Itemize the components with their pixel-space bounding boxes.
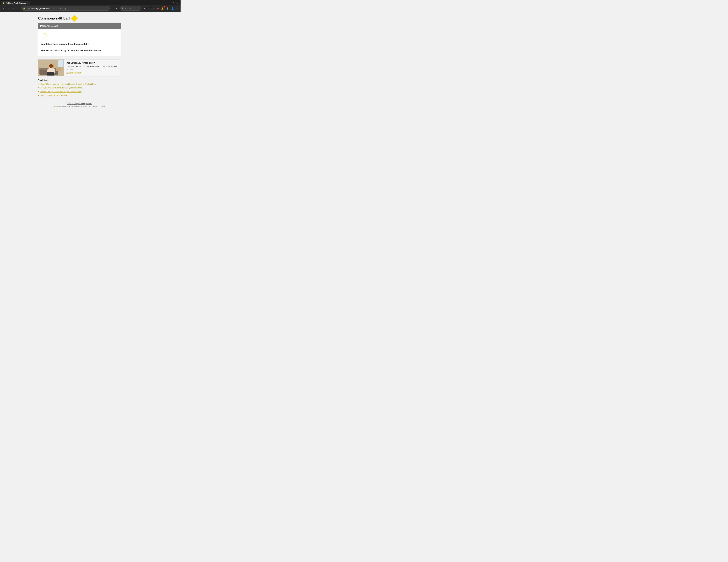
quicklink-arrow-icon-2: ► (38, 91, 40, 93)
tab-view-icon[interactable]: ◻ (151, 7, 154, 10)
notification-badge: 1 (163, 6, 165, 8)
search-input[interactable] (125, 7, 138, 10)
left-panel (0, 12, 38, 131)
svg-point-10 (42, 36, 42, 37)
explore-tax-hub-link[interactable]: ▶ Explore tax hub (67, 72, 118, 74)
quicklink-link-1[interactable]: Are you in financial difficulty? Apply f… (40, 87, 83, 89)
tab-close-btn[interactable]: × (27, 2, 28, 4)
footer-privacy-link[interactable]: Privacy (86, 103, 92, 105)
quicklink-item-3: ► Support for home loan customers (38, 94, 121, 97)
back-button[interactable]: ← (1, 7, 6, 10)
spinner-svg (41, 33, 48, 40)
footer-terms-link[interactable]: Terms of use (67, 103, 77, 105)
close-btn[interactable]: × (176, 2, 179, 5)
section-header: Personal Details (38, 23, 121, 29)
svg-point-2 (46, 34, 47, 35)
people-icon[interactable]: 👤 (170, 7, 175, 10)
quicklink-item-1: ► Are you in financial difficulty? Apply… (38, 87, 121, 89)
window-controls: — □ × (167, 2, 179, 5)
notification-icon[interactable]: 🔔 1 (160, 7, 165, 10)
nav-bar: ← → ✕ ⌂ 🔒 https://www.hysjz.com/los/main… (0, 5, 181, 12)
footer-security-link[interactable]: Security (78, 103, 85, 105)
logo-area: CommonwealthBank (38, 16, 121, 21)
toolbar-icons: ★ ☰ ◻ UD 🔔 1 ⌛ 👤 ☰ (143, 7, 179, 10)
tax-image-svg (38, 60, 64, 76)
svg-point-4 (47, 37, 47, 38)
active-tab[interactable]: • NetBank - Verify Persona × (1, 1, 30, 5)
quicklink-arrow-icon-1: ► (38, 87, 40, 89)
reload-close-button[interactable]: ✕ (12, 7, 16, 10)
quicklinks-heading: Quicklinks (38, 79, 121, 81)
nav-right-icons: ⁝ ★ (112, 7, 118, 10)
search-icon: 🔍 (121, 7, 124, 10)
extensions-icon[interactable]: ★ (143, 7, 146, 10)
logo-text: CommonwealthBank (38, 16, 71, 20)
main-column: CommonwealthBank Personal Details (38, 16, 121, 128)
page-content: CommonwealthBank Personal Details (38, 12, 121, 131)
svg-point-0 (44, 33, 45, 34)
quicklink-arrow-icon-3: ► (38, 94, 40, 96)
tax-banner-image (38, 60, 64, 76)
bookmarks-icon[interactable]: ☰ (147, 7, 150, 10)
tax-banner-desc: Get organised for EOFY with our range of… (67, 65, 118, 71)
home-button[interactable]: ⌂ (17, 7, 20, 10)
footer-links: Terms of use | Security | Privacy (38, 103, 121, 105)
tab-bar: • NetBank - Verify Persona × — □ × (0, 0, 181, 5)
svg-point-17 (49, 64, 54, 68)
quicklink-item-0: ► Enjoy $0 merchant terminal rental fees… (38, 83, 121, 85)
copyright-lock-icon: 🔒 (54, 106, 56, 107)
confirmation-title: You details have been confirmed successf… (41, 43, 118, 45)
svg-point-7 (44, 39, 44, 39)
forward-button[interactable]: → (7, 7, 11, 10)
svg-rect-23 (58, 60, 63, 67)
page-outer-wrap: CommonwealthBank Personal Details (0, 12, 181, 131)
loading-spinner (41, 33, 48, 40)
quicklink-item-2: ► Personalise your CommBank app. Discove… (38, 90, 121, 93)
maximize-btn[interactable]: □ (172, 2, 175, 5)
svg-point-5 (46, 38, 47, 39)
svg-point-22 (60, 68, 62, 68)
apps-icon[interactable]: ⌛ (165, 7, 170, 10)
footer-sep-1: | (85, 103, 86, 105)
svg-point-3 (47, 36, 48, 36)
svg-point-11 (42, 35, 43, 36)
quicklink-arrow-icon-0: ► (38, 83, 40, 85)
security-icon: 🔒 (23, 7, 25, 9)
quicklink-link-2[interactable]: Personalise your CommBank app. Discover … (40, 90, 82, 93)
quicklinks-section: Quicklinks ► Enjoy $0 merchant terminal … (38, 79, 121, 97)
footer-copyright: 🔒 © Commonwealth Bank of Australia 2021 … (38, 105, 121, 107)
tab-indicator (3, 2, 4, 4)
bell-icon: 🔔 (161, 7, 164, 10)
address-url: https://www.hysjz.com/los/main/final.act… (26, 7, 109, 10)
tax-banner-content: Are you ready for tax time? Get organise… (64, 60, 121, 76)
bookmark-star-icon[interactable]: ★ (115, 7, 118, 10)
ud-label: UD (156, 8, 159, 10)
confirmation-subtitle: You will be contacted by our support tea… (41, 49, 118, 52)
confirmation-divider (41, 47, 118, 47)
svg-point-1 (45, 34, 46, 34)
minimize-btn[interactable]: — (167, 2, 171, 5)
browser-chrome: • NetBank - Verify Persona × — □ × ← → ✕… (0, 0, 181, 12)
menu-icon[interactable]: ☰ (175, 7, 179, 10)
right-panel (121, 12, 159, 131)
grid-icon[interactable]: ⁝ (112, 7, 114, 10)
section-header-title: Personal Details (40, 25, 58, 27)
page-footer: Terms of use | Security | Privacy 🔒 © Co… (38, 100, 121, 109)
tax-banner: Are you ready for tax time? Get organise… (38, 59, 121, 76)
tab-title: • NetBank - Verify Persona (5, 2, 26, 4)
tax-link-arrow-icon: ▶ (67, 72, 68, 74)
svg-point-8 (43, 38, 43, 39)
search-box[interactable]: 🔍 (120, 6, 141, 11)
quicklink-link-0[interactable]: Enjoy $0 merchant terminal rental fees f… (40, 83, 96, 85)
tax-banner-title: Are you ready for tax time? (67, 62, 118, 64)
svg-point-9 (42, 38, 43, 38)
address-bar[interactable]: 🔒 https://www.hysjz.com/los/main/final.a… (21, 6, 111, 11)
svg-point-21 (59, 67, 61, 70)
svg-rect-19 (47, 72, 54, 76)
quicklink-link-3[interactable]: Support for home loan customers (40, 94, 68, 97)
cba-diamond-logo (71, 15, 78, 22)
svg-point-6 (45, 39, 46, 39)
confirmation-box: You details have been confirmed successf… (38, 29, 121, 56)
ud-addon-icon[interactable]: UD (155, 7, 160, 10)
footer-sep-0: | (77, 103, 78, 105)
